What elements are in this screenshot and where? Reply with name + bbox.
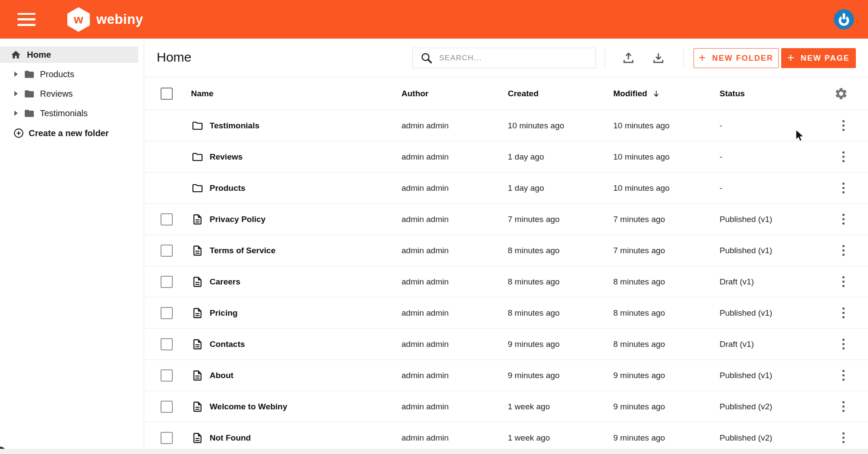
sidebar-item-products[interactable]: Products: [0, 66, 138, 82]
row-modified: 10 minutes ago: [613, 152, 670, 162]
row-checkbox[interactable]: [161, 213, 173, 225]
row-author: admin admin: [401, 340, 449, 349]
search-box: [412, 48, 596, 68]
row-modified: 10 minutes ago: [613, 121, 670, 131]
row-name[interactable]: Pricing: [210, 308, 237, 318]
new-folder-button-label: NEW FOLDER: [712, 54, 773, 63]
table-body: Testimonials admin admin 10 minutes ago …: [144, 110, 868, 449]
page-icon: [191, 401, 204, 413]
row-checkbox[interactable]: [161, 245, 173, 257]
select-all-checkbox[interactable]: [161, 88, 173, 100]
row-checkbox[interactable]: [161, 338, 173, 350]
column-header-created[interactable]: Created: [508, 89, 539, 98]
row-checkbox[interactable]: [161, 432, 173, 444]
table-row-folder[interactable]: Reviews admin admin 1 day ago 10 minutes…: [144, 141, 868, 173]
row-menu-button[interactable]: [838, 337, 849, 351]
column-header-modified[interactable]: Modified: [613, 89, 661, 98]
export-button[interactable]: [651, 51, 666, 65]
table-row-page[interactable]: Careers admin admin 8 minutes ago 8 minu…: [144, 266, 868, 297]
row-name[interactable]: Reviews: [210, 152, 243, 162]
table-row-page[interactable]: Welcome to Webiny admin admin 1 week ago…: [144, 391, 868, 422]
folder-icon: [24, 69, 35, 80]
row-name[interactable]: Contacts: [210, 340, 245, 349]
row-name[interactable]: Products: [210, 183, 245, 193]
row-menu-button[interactable]: [838, 306, 849, 320]
row-modified: 8 minutes ago: [613, 308, 665, 318]
chevron-right-icon[interactable]: [14, 72, 18, 77]
row-name[interactable]: About: [210, 371, 233, 380]
sidebar-item-testimonials[interactable]: Testimonials: [0, 105, 138, 121]
row-menu-button[interactable]: [838, 212, 849, 226]
import-button[interactable]: [621, 51, 636, 65]
circle-plus-icon: [13, 127, 24, 139]
row-menu-button[interactable]: [838, 150, 849, 164]
new-folder-button[interactable]: + NEW FOLDER: [694, 48, 779, 68]
row-checkbox[interactable]: [161, 307, 173, 319]
row-modified: 10 minutes ago: [613, 183, 670, 193]
sidebar-folder-label: Reviews: [40, 89, 73, 99]
table-settings-gear-icon[interactable]: [834, 87, 848, 101]
row-checkbox[interactable]: [161, 276, 173, 288]
row-created: 1 day ago: [508, 152, 544, 162]
chevron-right-icon[interactable]: [14, 91, 18, 96]
row-menu-button[interactable]: [838, 275, 849, 289]
row-author: admin admin: [401, 308, 449, 318]
user-avatar[interactable]: [834, 9, 854, 29]
row-created: 1 day ago: [508, 183, 544, 193]
column-header-status[interactable]: Status: [720, 89, 745, 98]
row-menu-button[interactable]: [838, 431, 849, 445]
create-new-folder-button[interactable]: Create a new folder: [0, 125, 138, 141]
brand-wordmark: webiny: [96, 12, 143, 27]
main-content: Home + NEW FOLDER + NEW PAGE Name Author…: [144, 39, 868, 449]
table-row-page[interactable]: Not Found admin admin 1 week ago 9 minut…: [144, 422, 868, 449]
sidebar-item-home[interactable]: Home: [0, 46, 138, 63]
row-created: 9 minutes ago: [508, 371, 559, 380]
folder-icon: [191, 182, 204, 194]
row-name[interactable]: Welcome to Webiny: [210, 402, 287, 412]
row-menu-button[interactable]: [838, 369, 849, 382]
table-row-folder[interactable]: Products admin admin 1 day ago 10 minute…: [144, 173, 868, 204]
row-name[interactable]: Testimonials: [210, 121, 260, 131]
row-menu-button[interactable]: [838, 181, 849, 195]
table-header: Name Author Created Modified Status: [144, 77, 868, 110]
row-menu-button[interactable]: [838, 400, 849, 414]
table-row-page[interactable]: About admin admin 9 minutes ago 9 minute…: [144, 360, 868, 391]
row-name[interactable]: Not Found: [210, 433, 251, 443]
table-row-page[interactable]: Terms of Service admin admin 8 minutes a…: [144, 235, 868, 266]
table-row-page[interactable]: Contacts admin admin 9 minutes ago 8 min…: [144, 329, 868, 360]
download-icon: [651, 51, 666, 65]
row-author: admin admin: [401, 402, 449, 412]
row-name[interactable]: Privacy Policy: [210, 215, 266, 224]
search-input[interactable]: [439, 48, 595, 68]
chevron-right-icon[interactable]: [14, 111, 18, 116]
new-page-button[interactable]: + NEW PAGE: [781, 48, 856, 68]
webiny-logo[interactable]: w webiny: [67, 7, 143, 32]
table-row-page[interactable]: Pricing admin admin 8 minutes ago 8 minu…: [144, 297, 868, 329]
column-header-modified-label: Modified: [613, 89, 647, 98]
folder-icon: [191, 120, 204, 132]
row-name[interactable]: Terms of Service: [210, 246, 276, 255]
sidebar-item-reviews[interactable]: Reviews: [0, 85, 138, 102]
create-new-folder-label: Create a new folder: [29, 128, 109, 138]
row-created: 9 minutes ago: [508, 340, 559, 349]
row-name[interactable]: Careers: [210, 277, 240, 287]
column-header-author[interactable]: Author: [401, 89, 428, 98]
row-modified: 9 minutes ago: [613, 433, 665, 443]
folder-icon: [24, 88, 35, 99]
row-menu-button[interactable]: [838, 119, 849, 133]
page-icon: [191, 369, 204, 382]
table-row-page[interactable]: Privacy Policy admin admin 7 minutes ago…: [144, 204, 868, 235]
row-checkbox[interactable]: [161, 401, 173, 413]
sidebar-home-label: Home: [27, 50, 51, 60]
row-created: 10 minutes ago: [508, 121, 564, 131]
table-row-folder[interactable]: Testimonials admin admin 10 minutes ago …: [144, 110, 868, 141]
row-modified: 9 minutes ago: [613, 402, 665, 412]
row-checkbox[interactable]: [161, 369, 173, 382]
row-menu-button[interactable]: [838, 244, 849, 258]
menu-icon[interactable]: [17, 13, 36, 26]
row-status: Draft (v1): [720, 277, 754, 287]
sidebar-folder-label: Testimonials: [40, 108, 88, 118]
column-header-name[interactable]: Name: [191, 89, 214, 98]
row-status: Published (v1): [720, 215, 772, 224]
row-author: admin admin: [401, 371, 449, 380]
